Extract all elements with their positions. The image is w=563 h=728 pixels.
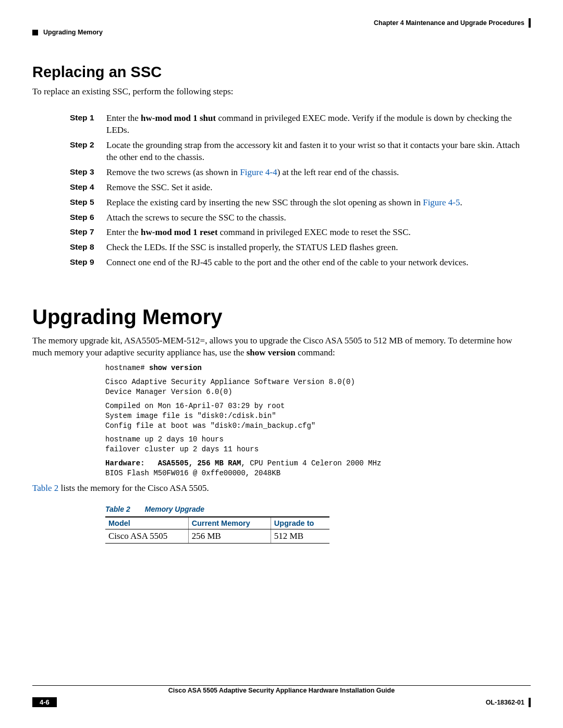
step-label: Step 5 xyxy=(70,197,106,208)
table-ref: Table 2 lists the memory for the Cisco A… xyxy=(32,483,531,495)
col-upgrade-to: Upgrade to xyxy=(271,517,329,529)
figure-link[interactable]: Figure 4-4 xyxy=(240,167,277,177)
step-label: Step 9 xyxy=(70,257,106,268)
cell-current-memory: 256 MB xyxy=(188,529,271,543)
step-text: Remove the two screws (as shown in Figur… xyxy=(106,167,531,179)
upgrading-intro: The memory upgrade kit, ASA5505-MEM-512=… xyxy=(32,335,531,359)
step-label: Step 7 xyxy=(70,227,106,238)
table-row: Cisco ASA 5505 256 MB 512 MB xyxy=(105,529,329,543)
figure-link[interactable]: Figure 4-5 xyxy=(423,198,460,207)
footer-guide-title: Cisco ASA 5505 Adaptive Security Applian… xyxy=(32,687,531,694)
memory-table-wrap: Model Current Memory Upgrade to Cisco AS… xyxy=(105,516,531,544)
intro-text: To replace an existing SSC, perform the … xyxy=(32,86,531,98)
cli-output: Cisco Adaptive Security Appliance Softwa… xyxy=(105,377,531,397)
step-row: Step 3 Remove the two screws (as shown i… xyxy=(32,167,531,179)
footer-rule xyxy=(32,685,531,686)
page-number: 4-6 xyxy=(32,697,57,707)
header-bar-icon xyxy=(529,18,531,28)
topic-label: Upgrading Memory xyxy=(43,29,103,36)
memory-table: Model Current Memory Upgrade to Cisco AS… xyxy=(105,516,329,544)
step-text: Enter the hw-mod mod 1 reset command in … xyxy=(106,227,531,239)
step-row: Step 2 Locate the grounding strap from t… xyxy=(32,140,531,164)
content: Replacing an SSC To replace an existing … xyxy=(32,64,531,544)
step-row: Step 5 Replace the existing card by inse… xyxy=(32,197,531,209)
steps-list: Step 1 Enter the hw-mod mod 1 shut comma… xyxy=(32,113,531,269)
step-text: Attach the screws to secure the SSC to t… xyxy=(106,212,531,224)
cli-output: hostname up 2 days 10 hours failover clu… xyxy=(105,435,531,454)
step-text: Remove the SSC. Set it aside. xyxy=(106,182,531,194)
step-text: Check the LEDs. If the SSC is installed … xyxy=(106,242,531,254)
chapter-label: Chapter 4 Maintenance and Upgrade Proced… xyxy=(374,19,524,27)
step-label: Step 6 xyxy=(70,212,106,223)
step-row: Step 9 Connect one end of the RJ-45 cabl… xyxy=(32,257,531,269)
cell-model: Cisco ASA 5505 xyxy=(105,529,188,543)
step-label: Step 2 xyxy=(70,140,106,151)
header-right: Chapter 4 Maintenance and Upgrade Proced… xyxy=(374,18,531,28)
step-label: Step 1 xyxy=(70,113,106,124)
footer-row: 4-6 OL-18362-01 xyxy=(32,697,531,707)
section-heading-replacing-ssc: Replacing an SSC xyxy=(32,64,531,81)
section-heading-upgrading-memory: Upgrading Memory xyxy=(32,305,531,329)
col-model: Model xyxy=(105,517,188,529)
header-left: Upgrading Memory xyxy=(32,29,103,36)
table-header-row: Model Current Memory Upgrade to xyxy=(105,517,329,529)
table-link[interactable]: Table 2 xyxy=(32,483,58,493)
footer-bar-icon xyxy=(529,698,531,707)
step-row: Step 7 Enter the hw-mod mod 1 reset comm… xyxy=(32,227,531,239)
cli-block: hostname# show version Cisco Adaptive Se… xyxy=(105,363,531,478)
step-row: Step 6 Attach the screws to secure the S… xyxy=(32,212,531,224)
cli-output: Hardware: ASA5505, 256 MB RAM, CPU Penti… xyxy=(105,459,531,478)
step-row: Step 8 Check the LEDs. If the SSC is ins… xyxy=(32,242,531,254)
step-label: Step 3 xyxy=(70,167,106,178)
page-root: Chapter 4 Maintenance and Upgrade Proced… xyxy=(0,0,563,728)
step-label: Step 4 xyxy=(70,182,106,193)
cli-command: hostname# show version xyxy=(105,363,531,373)
doc-code: OL-18362-01 xyxy=(486,698,531,707)
table-caption: Table 2Memory Upgrade xyxy=(105,505,531,513)
step-row: Step 4 Remove the SSC. Set it aside. xyxy=(32,182,531,194)
step-text: Connect one end of the RJ-45 cable to th… xyxy=(106,257,531,269)
header-box-icon xyxy=(32,30,38,35)
footer: Cisco ASA 5505 Adaptive Security Applian… xyxy=(32,685,531,707)
step-row: Step 1 Enter the hw-mod mod 1 shut comma… xyxy=(32,113,531,137)
step-text: Locate the grounding strap from the acce… xyxy=(106,140,531,164)
step-text: Replace the existing card by inserting t… xyxy=(106,197,531,209)
cell-upgrade-to: 512 MB xyxy=(271,529,329,543)
col-current-memory: Current Memory xyxy=(188,517,271,529)
cli-output: Compiled on Mon 16-April-07 03:29 by roo… xyxy=(105,401,531,431)
step-text: Enter the hw-mod mod 1 shut command in p… xyxy=(106,113,531,137)
step-label: Step 8 xyxy=(70,242,106,253)
